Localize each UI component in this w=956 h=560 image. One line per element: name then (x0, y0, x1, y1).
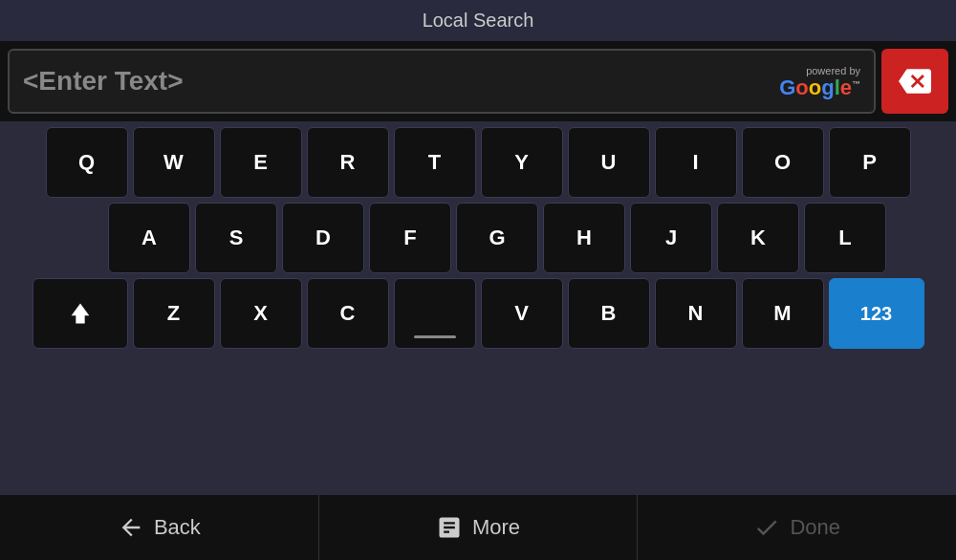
key-r[interactable]: R (307, 127, 389, 198)
bottom-bar: Back More Done (0, 495, 956, 560)
key-b[interactable]: B (568, 278, 650, 349)
key-123[interactable]: 123 (829, 278, 924, 349)
key-q[interactable]: Q (46, 127, 128, 198)
key-v[interactable]: V (481, 278, 563, 349)
key-u[interactable]: U (568, 127, 650, 198)
more-button[interactable]: More (319, 495, 639, 560)
back-icon (118, 514, 144, 541)
key-g[interactable]: G (456, 203, 538, 273)
key-d[interactable]: D (282, 203, 364, 273)
back-button[interactable]: Back (0, 495, 319, 560)
done-button[interactable]: Done (638, 495, 956, 560)
key-j[interactable]: J (630, 203, 712, 273)
keyboard-row-2: ASDFGHJKL (6, 203, 950, 273)
key-p[interactable]: P (829, 127, 911, 198)
key-z[interactable]: Z (133, 278, 215, 349)
key-i[interactable]: I (655, 127, 737, 198)
backspace-button[interactable] (881, 49, 948, 114)
more-icon (436, 514, 463, 541)
key-c[interactable]: C (307, 278, 389, 349)
key-l[interactable]: L (804, 203, 886, 273)
key-t[interactable]: T (394, 127, 476, 198)
key-w[interactable]: W (133, 127, 215, 198)
key-a[interactable]: A (108, 203, 190, 273)
key-x[interactable]: X (220, 278, 302, 349)
shift-button[interactable] (33, 278, 128, 349)
key-k[interactable]: K (717, 203, 799, 273)
keyboard: QWERTYUIOP ASDFGHJKL ZXCVBNM123 (0, 121, 956, 495)
search-row: <Enter Text> powered by Google™ (0, 41, 956, 121)
key-o[interactable]: O (742, 127, 824, 198)
key-f[interactable]: F (369, 203, 451, 273)
google-logo: Google™ (779, 77, 860, 98)
key-e[interactable]: E (220, 127, 302, 198)
done-icon (753, 514, 780, 541)
google-badge: powered by Google™ (779, 65, 860, 98)
shift-icon (67, 300, 94, 327)
search-placeholder: <Enter Text> (23, 66, 184, 97)
key-space[interactable] (394, 278, 476, 349)
page-title: Local Search (0, 0, 956, 41)
keyboard-row-1: QWERTYUIOP (6, 127, 950, 198)
key-y[interactable]: Y (481, 127, 563, 198)
key-n[interactable]: N (655, 278, 737, 349)
keyboard-row-3: ZXCVBNM123 (6, 278, 950, 349)
key-s[interactable]: S (195, 203, 277, 273)
key-h[interactable]: H (543, 203, 625, 273)
backspace-icon (899, 65, 931, 97)
search-box[interactable]: <Enter Text> powered by Google™ (8, 49, 876, 114)
key-m[interactable]: M (742, 278, 824, 349)
